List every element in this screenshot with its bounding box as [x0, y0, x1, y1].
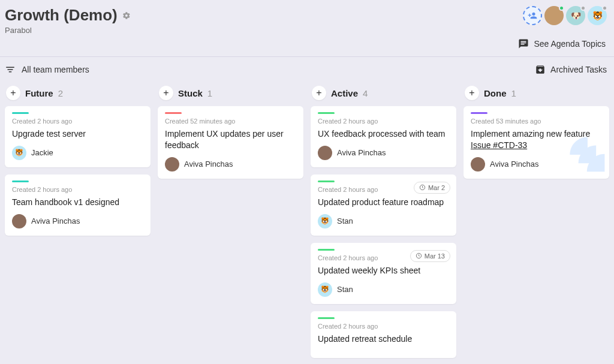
add-card-button[interactable]: +: [6, 86, 20, 100]
task-card[interactable]: Created 53 minutes agoImplement amazing …: [463, 106, 609, 179]
jira-icon: [567, 134, 609, 179]
agenda-topics-label: See Agenda Topics: [534, 39, 606, 49]
task-card[interactable]: Created 2 hours agoTeam handbook v1 desi…: [5, 175, 151, 236]
agenda-topics-button[interactable]: See Agenda Topics: [518, 38, 606, 49]
column-title: Future: [25, 88, 53, 98]
card-title: Upgrade test server: [12, 128, 143, 140]
due-date-text: Mar 13: [425, 252, 445, 260]
card-meta: Created 2 hours ago: [12, 118, 143, 125]
assignee-avatar[interactable]: [165, 157, 179, 172]
task-card[interactable]: Created 2 hours agoUpgrade test server🐯J…: [5, 106, 151, 167]
column-count: 4: [363, 88, 368, 98]
column-count: 1: [207, 88, 212, 98]
add-card-button[interactable]: +: [465, 86, 479, 100]
due-date-pill[interactable]: Mar 2: [414, 182, 450, 194]
assignee-name: Aviva Pinchas: [184, 160, 233, 169]
column-count: 2: [58, 88, 63, 98]
issue-link[interactable]: Issue #CTD-33: [471, 140, 527, 150]
due-date-pill[interactable]: Mar 13: [410, 250, 450, 262]
assignee-name: Stan: [337, 285, 353, 294]
column-done: +Done1Created 53 minutes agoImplement am…: [463, 82, 609, 364]
card-stripe: [318, 249, 335, 251]
assignee-name: Stan: [337, 216, 353, 225]
board-title: Growth (Demo): [5, 6, 118, 25]
filter-label: All team members: [22, 65, 89, 74]
assignee-row: 🐯Stan: [318, 282, 449, 297]
card-title: Team handbook v1 designed: [12, 197, 143, 208]
board-subtitle: Parabol: [5, 26, 131, 35]
card-stripe: [318, 181, 335, 182]
card-stripe: [12, 112, 29, 114]
user-avatar-1[interactable]: [544, 6, 564, 25]
card-title: Updated retreat schedule: [318, 333, 449, 345]
clock-icon: [419, 184, 426, 191]
filter-icon: [5, 64, 16, 75]
task-card[interactable]: Created 2 hours agoUX feedback processed…: [311, 106, 456, 167]
assignee-name: Aviva Pinchas: [337, 148, 386, 157]
status-dot-online: [559, 5, 564, 11]
card-stripe: [318, 317, 335, 319]
archived-label: Archived Tasks: [550, 65, 607, 74]
gear-icon[interactable]: [122, 11, 131, 20]
task-card[interactable]: Created 2 hours agoUpdated retreat sched…: [311, 311, 456, 358]
assignee-row: Aviva Pinchas: [165, 157, 296, 172]
status-dot-away: [580, 5, 586, 11]
archived-tasks-button[interactable]: Archived Tasks: [535, 64, 607, 75]
column-title: Done: [484, 88, 507, 98]
assignee-name: Aviva Pinchas: [31, 216, 80, 225]
card-meta: Created 2 hours ago: [318, 118, 449, 125]
assignee-avatar[interactable]: [12, 214, 26, 228]
task-card[interactable]: Created 2 hours agoUpdated weekly KPIs s…: [311, 243, 456, 304]
avatar-group: 🐶 🐯: [523, 6, 607, 25]
add-card-button[interactable]: +: [159, 86, 173, 100]
column-future: +Future2Created 2 hours agoUpgrade test …: [5, 82, 151, 364]
assignee-row: Aviva Pinchas: [12, 214, 143, 228]
comment-icon: [518, 38, 529, 49]
column-stuck: +Stuck1Created 52 minutes agoImplement U…: [158, 82, 303, 364]
assignee-row: Aviva Pinchas: [318, 146, 449, 160]
add-card-button[interactable]: +: [312, 86, 326, 100]
assignee-name: Aviva Pinchas: [490, 160, 538, 169]
card-meta: Created 2 hours ago: [318, 323, 449, 330]
user-avatar-2[interactable]: 🐶: [566, 6, 585, 25]
column-count: 1: [511, 88, 516, 98]
column-title: Active: [331, 88, 358, 98]
add-user-button[interactable]: [523, 6, 542, 25]
assignee-avatar[interactable]: 🐯: [12, 146, 26, 160]
card-title: Updated weekly KPIs sheet: [318, 265, 449, 276]
status-dot-away: [602, 5, 607, 11]
assignee-row: 🐯Jackie: [12, 146, 143, 160]
clock-icon: [416, 252, 422, 259]
column-active: +Active4Created 2 hours agoUX feedback p…: [311, 82, 456, 364]
card-meta: Created 2 hours ago: [12, 186, 143, 193]
card-title: Implement UX updates per user feedback: [165, 128, 296, 151]
filter-button[interactable]: All team members: [5, 64, 89, 75]
task-card[interactable]: Created 52 minutes agoImplement UX updat…: [158, 106, 303, 179]
column-title: Stuck: [178, 88, 203, 98]
assignee-avatar[interactable]: 🐯: [318, 282, 332, 297]
card-stripe: [165, 112, 182, 114]
user-avatar-3[interactable]: 🐯: [588, 6, 607, 25]
due-date-text: Mar 2: [428, 184, 445, 191]
card-title: Updated product feature roadmap: [318, 197, 449, 208]
assignee-row: 🐯Stan: [318, 214, 449, 228]
card-meta: Created 52 minutes ago: [165, 118, 296, 125]
assignee-avatar[interactable]: [318, 146, 332, 160]
assignee-avatar[interactable]: [471, 157, 485, 172]
assignee-name: Jackie: [31, 148, 53, 157]
assignee-avatar[interactable]: 🐯: [318, 214, 332, 228]
card-stripe: [318, 112, 335, 114]
task-card[interactable]: Created 2 hours agoUpdated product featu…: [311, 175, 456, 236]
card-title: UX feedback processed with team: [318, 128, 449, 140]
card-stripe: [12, 181, 29, 182]
card-stripe: [471, 112, 487, 114]
archive-icon: [535, 64, 546, 75]
card-meta: Created 53 minutes ago: [471, 118, 602, 125]
